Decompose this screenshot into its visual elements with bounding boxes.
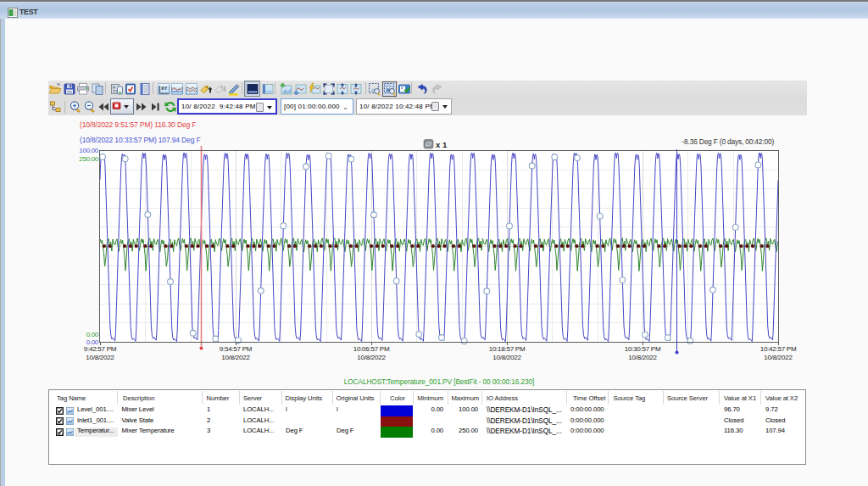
svg-text:10:42:57 PM: 10:42:57 PM — [760, 345, 797, 353]
svg-text:10:30:57 PM: 10:30:57 PM — [625, 345, 661, 353]
svg-text:10/8/2022: 10/8/2022 — [357, 354, 386, 361]
svg-text:10:06:57 PM: 10:06:57 PM — [353, 345, 390, 353]
svg-text:LOCALHOST:Temperature_001.PV [: LOCALHOST:Temperature_001.PV [BestFit - … — [344, 377, 535, 386]
svg-text:9:42:57 PM: 9:42:57 PM — [84, 345, 117, 353]
svg-text:10/8/2022: 10/8/2022 — [86, 354, 114, 361]
svg-text:10/8/2022: 10/8/2022 — [221, 354, 250, 361]
svg-text:x 1: x 1 — [436, 140, 448, 149]
svg-text:-8.36 Deg F (0 days, 00:42:00): -8.36 Deg F (0 days, 00:42:00) — [682, 137, 775, 146]
svg-text:(10/8/2022 9:51:57 PM) 116.30: (10/8/2022 9:51:57 PM) 116.30 Deg F — [80, 120, 196, 129]
svg-text:10/8/2022: 10/8/2022 — [492, 354, 521, 361]
svg-text:0.00: 0.00 — [86, 331, 99, 338]
svg-text:(10/8/2022 10:33:57 PM) 107.94: (10/8/2022 10:33:57 PM) 107.94 Deg F — [80, 136, 201, 144]
svg-text:10:18:57 PM: 10:18:57 PM — [489, 345, 526, 353]
svg-text:10/8/2022: 10/8/2022 — [628, 354, 657, 361]
svg-text:9:54:57 PM: 9:54:57 PM — [220, 345, 253, 353]
svg-text:250.00: 250.00 — [79, 155, 99, 163]
svg-text:100.00: 100.00 — [79, 147, 99, 154]
svg-text:XY: XY — [161, 86, 168, 91]
svg-text:10/8/2022: 10/8/2022 — [764, 354, 793, 361]
